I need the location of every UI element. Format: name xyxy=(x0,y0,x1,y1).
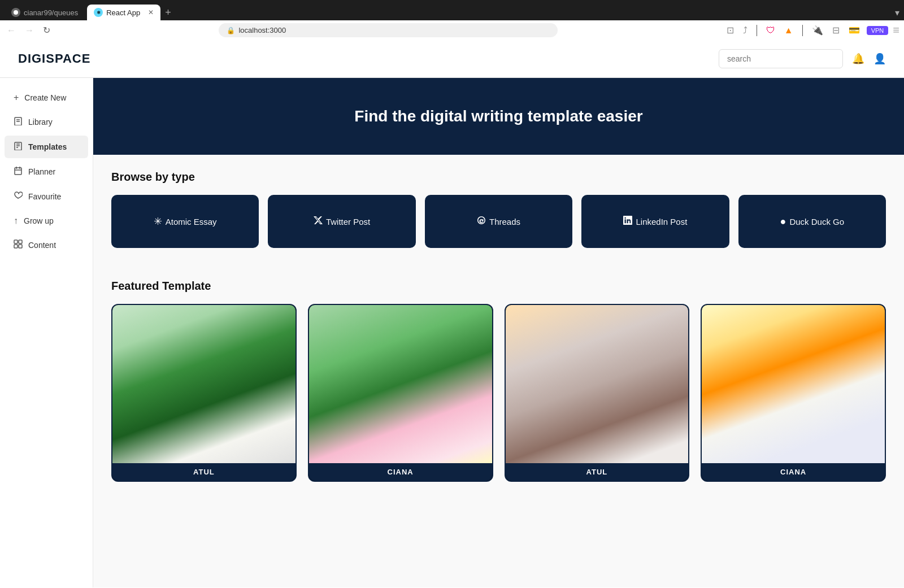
threads-icon xyxy=(477,216,486,228)
app-container: DIGISPACE 🔔 👤 + Create New Library xyxy=(0,40,904,587)
atomic-essay-icon: ✳ xyxy=(154,215,162,228)
app-body: + Create New Library Templates Planner xyxy=(0,78,904,587)
tab-expand-button[interactable]: ▾ xyxy=(895,7,899,18)
tab-active-label: React App xyxy=(106,8,140,17)
search-input[interactable] xyxy=(719,49,843,68)
svg-rect-8 xyxy=(15,168,21,175)
extensions-button[interactable]: 🔌 xyxy=(810,23,825,38)
content-icon xyxy=(14,239,23,251)
url-text: localhost:3000 xyxy=(238,26,286,34)
main-content: Find the digital writing template easier… xyxy=(93,78,904,587)
type-card-duckduckgo-label: Duck Duck Go xyxy=(789,217,844,227)
split-view-button[interactable]: ⊟ xyxy=(830,23,842,38)
separator2 xyxy=(802,25,803,36)
forward-button[interactable]: → xyxy=(23,23,36,38)
svg-point-0 xyxy=(14,10,18,15)
featured-card-label-ciana-1: CIANA xyxy=(309,463,492,481)
svg-rect-15 xyxy=(19,245,22,248)
sidebar-label-favourite: Favourite xyxy=(28,192,61,201)
hero-title: Find the digital writing template easier xyxy=(111,107,886,125)
back-button[interactable]: ← xyxy=(5,23,18,38)
sidebar-item-create-new[interactable]: + Create New xyxy=(5,87,88,108)
url-bar[interactable]: 🔒 localhost:3000 xyxy=(219,23,558,37)
user-profile-button[interactable]: 👤 xyxy=(873,53,886,65)
featured-card-image-atul-2 xyxy=(506,305,689,463)
featured-card-image-ciana-2 xyxy=(702,305,885,463)
twitter-icon xyxy=(314,216,323,228)
screen-mirror-button[interactable]: ⊡ xyxy=(724,23,736,38)
security-lock-icon: 🔒 xyxy=(227,27,235,34)
library-icon xyxy=(14,116,23,128)
type-card-duck-duck-go[interactable]: ● Duck Duck Go xyxy=(738,195,886,248)
linkedin-icon xyxy=(623,216,632,228)
sidebar-label-grow-up: Grow up xyxy=(24,216,54,225)
type-card-atomic-essay[interactable]: ✳ Atomic Essay xyxy=(111,195,259,248)
address-bar: ← → ↻ 🔒 localhost:3000 ⊡ ⤴ 🛡 ▲ 🔌 ⊟ 💳 VPN… xyxy=(0,20,904,40)
hero-banner: Find the digital writing template easier xyxy=(93,78,904,155)
sidebar-label-create-new: Create New xyxy=(24,93,66,102)
featured-card-label-atul-2: ATUL xyxy=(506,463,689,481)
tab-close-button[interactable]: ✕ xyxy=(148,8,154,16)
sidebar-item-templates[interactable]: Templates xyxy=(5,136,88,158)
menu-button[interactable]: ≡ xyxy=(893,24,899,37)
type-card-threads-label: Threads xyxy=(489,217,520,227)
featured-card-ciana-2[interactable]: CIANA xyxy=(701,304,886,482)
sidebar-item-content[interactable]: Content xyxy=(5,234,88,256)
browse-by-type-title: Browse by type xyxy=(111,171,886,184)
browser-chrome: cianar99/queues ⚛ React App ✕ + ▾ ← → ↻ … xyxy=(0,0,904,40)
app-logo: DIGISPACE xyxy=(18,51,719,66)
svg-rect-4 xyxy=(15,142,21,150)
type-card-twitter-label: Twitter Post xyxy=(326,217,370,227)
sidebar-label-content: Content xyxy=(28,241,56,250)
featured-card-ciana-1[interactable]: CIANA xyxy=(308,304,493,482)
tab-active[interactable]: ⚛ React App ✕ xyxy=(87,5,160,20)
tab-inactive[interactable]: cianar99/queues xyxy=(5,5,85,20)
svg-rect-12 xyxy=(14,240,18,243)
sidebar-label-planner: Planner xyxy=(28,167,55,176)
type-card-linkedin-post[interactable]: LinkedIn Post xyxy=(581,195,729,248)
sidebar-item-planner[interactable]: Planner xyxy=(5,160,88,183)
featured-card-label-ciana-2: CIANA xyxy=(702,463,885,481)
svg-rect-14 xyxy=(14,245,18,248)
brave-rewards-button[interactable]: ▲ xyxy=(782,23,796,38)
reload-button[interactable]: ↻ xyxy=(41,23,53,38)
vpn-badge[interactable]: VPN xyxy=(867,26,889,35)
heart-icon xyxy=(14,191,23,202)
tab-inactive-label: cianar99/queues xyxy=(24,8,78,17)
type-card-linkedin-label: LinkedIn Post xyxy=(636,217,687,227)
wallet-button[interactable]: 💳 xyxy=(846,23,862,38)
sidebar-item-favourite[interactable]: Favourite xyxy=(5,185,88,208)
type-card-atomic-essay-label: Atomic Essay xyxy=(166,217,217,227)
sidebar: + Create New Library Templates Planner xyxy=(0,78,93,587)
type-grid: ✳ Atomic Essay Twitter Post Threads xyxy=(111,195,886,248)
featured-template-section: Featured Template ATUL CIANA ATUL xyxy=(93,264,904,498)
sidebar-item-library[interactable]: Library xyxy=(5,111,88,133)
featured-grid: ATUL CIANA ATUL CIANA xyxy=(111,304,886,482)
new-tab-button[interactable]: + xyxy=(165,7,171,19)
tab-favicon: ⚛ xyxy=(94,8,103,17)
browser-actions: ⊡ ⤴ 🛡 ▲ 🔌 ⊟ 💳 VPN ≡ xyxy=(724,23,899,38)
type-card-threads[interactable]: Threads xyxy=(425,195,572,248)
share-button[interactable]: ⤴ xyxy=(741,23,750,38)
app-header: DIGISPACE 🔔 👤 xyxy=(0,40,904,78)
notification-button[interactable]: 🔔 xyxy=(852,53,864,65)
sidebar-item-grow-up[interactable]: ↑ Grow up xyxy=(5,210,88,232)
header-icons: 🔔 👤 xyxy=(852,53,886,65)
featured-card-image-ciana-1 xyxy=(309,305,492,463)
duckduckgo-icon: ● xyxy=(780,216,786,228)
brave-shield-button[interactable]: 🛡 xyxy=(764,23,777,38)
type-card-twitter-post[interactable]: Twitter Post xyxy=(268,195,415,248)
browse-by-type-section: Browse by type ✳ Atomic Essay Twitter Po… xyxy=(93,155,904,264)
featured-template-title: Featured Template xyxy=(111,280,886,293)
sidebar-label-templates: Templates xyxy=(28,142,67,151)
featured-card-atul-1[interactable]: ATUL xyxy=(111,304,297,482)
grow-up-icon: ↑ xyxy=(14,216,18,226)
planner-icon xyxy=(14,166,23,177)
plus-icon: + xyxy=(14,93,19,103)
featured-card-atul-2[interactable]: ATUL xyxy=(505,304,690,482)
tab-bar: cianar99/queues ⚛ React App ✕ + ▾ xyxy=(0,0,904,20)
svg-rect-13 xyxy=(19,240,22,243)
separator xyxy=(757,25,757,36)
featured-card-label-atul-1: ATUL xyxy=(112,463,295,481)
templates-icon xyxy=(14,141,23,153)
